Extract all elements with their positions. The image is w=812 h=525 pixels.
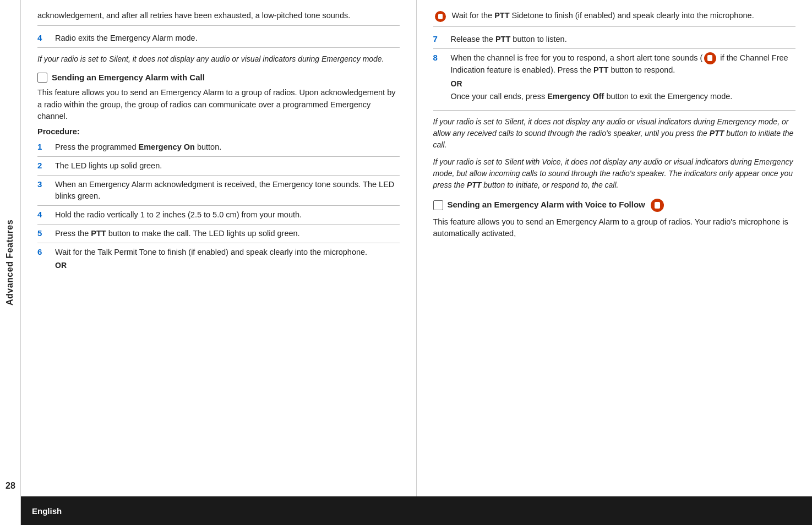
right-step-icon-text: Wait for the PTT Sidetone to finish (if …	[452, 10, 796, 21]
step-5-num: 5	[37, 228, 51, 238]
step-5-text: Press the PTT button to make the call. T…	[55, 228, 400, 239]
step-6-text: Wait for the Talk Permit Tone to finish …	[55, 247, 400, 272]
step-7-text: Release the PTT button to listen.	[451, 34, 796, 45]
procedure-label: Procedure:	[37, 127, 400, 136]
section1-intro: This feature allows you to send an Emerg…	[37, 87, 400, 123]
right-step-icon: Wait for the PTT Sidetone to finish (if …	[433, 10, 796, 27]
step-8-text: When the channel is free for you to resp…	[451, 52, 796, 102]
left-step-6: 6 Wait for the Talk Permit Tone to finis…	[37, 243, 400, 275]
step-1-num: 1	[37, 142, 51, 151]
step-2-num: 2	[37, 161, 51, 170]
step-4-num: 4	[37, 33, 51, 42]
ptt-icon-2	[704, 52, 716, 64]
step-6-or: OR	[55, 260, 400, 271]
step-4b-text: Hold the radio vertically 1 to 2 inches …	[55, 209, 400, 221]
left-step-2: 2 The LED lights up solid green.	[37, 157, 400, 176]
top-continuation-text: acknowledgement, and after all retries h…	[37, 10, 400, 22]
right-step-8: 8 When the channel is free for you to re…	[433, 49, 796, 106]
left-step-4: 4 Radio exits the Emergency Alarm mode.	[37, 29, 400, 48]
step-8-num: 8	[433, 53, 446, 62]
sidebar: Advanced Features 28	[0, 0, 21, 525]
right-step-7: 7 Release the PTT button to listen.	[433, 30, 796, 49]
left-column: acknowledgement, and after all retries h…	[21, 0, 417, 496]
step-3-text: When an Emergency Alarm acknowledgment i…	[55, 179, 400, 202]
footer: English	[21, 496, 812, 525]
sidebar-label: Advanced Features	[6, 220, 15, 305]
note-right-2: If your radio is set to Silent with Voic…	[433, 156, 796, 191]
note-italic-left: If your radio is set to Silent, it does …	[37, 53, 400, 65]
section1-icon	[37, 73, 47, 83]
footer-language: English	[32, 506, 62, 516]
follow-icon	[651, 199, 664, 212]
section2-icon	[433, 200, 443, 210]
step-2-text: The LED lights up solid green.	[55, 160, 400, 172]
columns: acknowledgement, and after all retries h…	[21, 0, 812, 496]
divider-1	[37, 25, 400, 26]
page-number: 28	[0, 481, 21, 491]
right-column: Wait for the PTT Sidetone to finish (if …	[417, 0, 813, 496]
main-content: acknowledgement, and after all retries h…	[21, 0, 812, 525]
step-6-num: 6	[37, 247, 51, 256]
section1-heading-text: Sending an Emergency Alarm with Call	[52, 73, 205, 82]
step-8-or-text: Once your call ends, press Emergency Off…	[451, 91, 796, 102]
step-7-num: 7	[433, 34, 446, 43]
left-step-1: 1 Press the programmed Emergency On butt…	[37, 138, 400, 157]
section2-heading: Sending an Emergency Alarm with Voice to…	[433, 199, 796, 212]
left-step-4b: 4 Hold the radio vertically 1 to 2 inche…	[37, 206, 400, 225]
section2-heading-text: Sending an Emergency Alarm with Voice to…	[448, 199, 664, 212]
left-step-3: 3 When an Emergency Alarm acknowledgment…	[37, 176, 400, 206]
step-8-or: OR	[451, 78, 796, 89]
section1-heading: Sending an Emergency Alarm with Call	[37, 73, 400, 83]
step-1-text: Press the programmed Emergency On button…	[55, 141, 400, 153]
step-3-num: 3	[37, 179, 51, 189]
left-step-5: 5 Press the PTT button to make the call.…	[37, 225, 400, 243]
divider-right-1	[433, 110, 796, 111]
note-right-1: If your radio is set to Silent, it does …	[433, 116, 796, 151]
ptt-icon-1	[435, 11, 446, 22]
step-4b-num: 4	[37, 210, 51, 219]
section2-intro: This feature allows you to send an Emerg…	[433, 216, 796, 240]
step-4-text: Radio exits the Emergency Alarm mode.	[55, 32, 400, 44]
